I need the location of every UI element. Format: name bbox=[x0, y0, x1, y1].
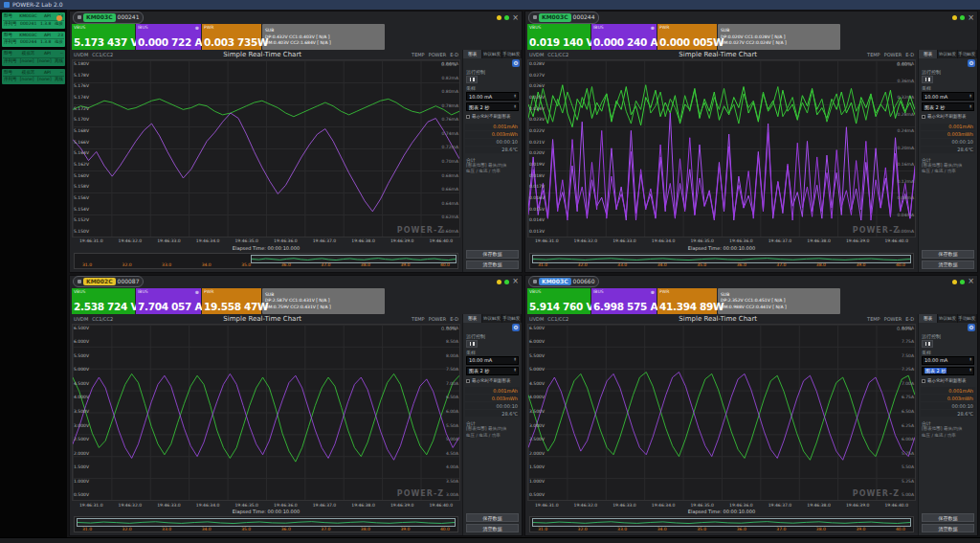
clear-data-button[interactable]: 清空数据 bbox=[922, 524, 974, 532]
clear-data-button[interactable]: 清空数据 bbox=[466, 260, 519, 269]
gear-icon[interactable]: ⚙ bbox=[968, 324, 975, 331]
record-icon[interactable]: ⊗ bbox=[651, 25, 655, 31]
save-data-button[interactable]: 保存数据 bbox=[922, 250, 974, 259]
ed-toggle[interactable]: E-D bbox=[450, 52, 458, 57]
chart-span-select[interactable]: 图表 2 秒 ▴▾ bbox=[466, 367, 519, 375]
record-icon[interactable]: ⊗ bbox=[195, 289, 199, 295]
plot-canvas[interactable]: 0.00% 0.028V0.027V0.026V0.025V0.024V0.02… bbox=[527, 59, 916, 238]
save-data-button[interactable]: 保存数据 bbox=[922, 513, 974, 522]
checkbox-box[interactable] bbox=[466, 379, 470, 383]
record-icon[interactable]: ⊗ bbox=[651, 289, 655, 295]
chart-span-select[interactable]: 图表 2 秒 ▴▾ bbox=[922, 367, 974, 375]
pause-button[interactable] bbox=[922, 76, 933, 83]
side-tab[interactable]: 协议触发 bbox=[482, 50, 501, 58]
no-refresh-checkbox[interactable]: 最小化时不刷新图表 bbox=[463, 376, 522, 386]
side-tab[interactable]: 手动触发 bbox=[958, 314, 977, 323]
power-toggle[interactable]: POWER bbox=[884, 316, 902, 322]
sample-rate-select[interactable]: 10.00 mA ▴▾ bbox=[922, 356, 974, 365]
side-panel: 图表协议触发手动触发 ⚙ 运行控制 采样 10.00 mA ▴▾ 图表 2 秒 … bbox=[918, 314, 977, 536]
warning-dot bbox=[952, 15, 957, 20]
spinner-icon[interactable]: ▴▾ bbox=[514, 95, 516, 99]
side-tab[interactable]: 图表 bbox=[919, 314, 938, 323]
checkbox-box[interactable] bbox=[922, 379, 925, 383]
sample-rate-select[interactable]: 10.00 mA ▴▾ bbox=[922, 92, 974, 101]
device-entry[interactable]: 型号模拟器API-- 序列号[none][none]离线 bbox=[2, 69, 65, 85]
device-entry[interactable]: 型号KM003CAPI23 序列号0002411.3.8连接 bbox=[2, 12, 65, 29]
device-entry[interactable]: 型号模拟器API-- 序列号[none][none]离线 bbox=[2, 50, 65, 66]
close-icon[interactable]: × bbox=[968, 278, 974, 285]
side-tab[interactable]: 手动触发 bbox=[502, 314, 522, 323]
plot-canvas[interactable]: 0.00% 6.500V6.000V5.500V5.000V4.500V4.00… bbox=[72, 324, 460, 502]
sample-rate-select[interactable]: 10.00 mA ▴▾ bbox=[466, 92, 519, 101]
no-refresh-checkbox[interactable]: 最小化时不刷新图表 bbox=[919, 376, 977, 386]
close-icon[interactable]: × bbox=[512, 14, 519, 22]
overview-strip[interactable]: 31.032.033.034.035.036.037.038.039.040.0 bbox=[74, 253, 458, 269]
side-tab[interactable]: 协议触发 bbox=[938, 50, 957, 58]
plot-canvas[interactable]: 0.00% 6.500V6.000V5.500V5.000V4.500V4.00… bbox=[527, 324, 916, 502]
y-axis-label: 7.50A bbox=[446, 368, 458, 373]
sample-rate-select[interactable]: 10.00 mA ▴▾ bbox=[466, 356, 519, 365]
side-tab[interactable]: 图表 bbox=[919, 50, 938, 58]
overview-tick: 38.0 bbox=[361, 263, 370, 268]
chart-span-select[interactable]: 图表 2 秒 ▴▾ bbox=[922, 102, 974, 111]
overview-strip[interactable]: 31.032.033.034.035.036.037.038.039.040.0 bbox=[74, 516, 458, 532]
spinner-icon[interactable]: ▴▾ bbox=[969, 369, 971, 373]
device-tab[interactable]: KM003C 000660 bbox=[528, 276, 599, 287]
temp-toggle[interactable]: TEMP bbox=[867, 52, 880, 57]
side-tab[interactable]: 协议触发 bbox=[482, 314, 501, 323]
overview-selection[interactable] bbox=[77, 518, 456, 527]
chart-span-select[interactable]: 图表 2 秒 ▴▾ bbox=[466, 102, 519, 111]
spinner-icon[interactable]: ▴▾ bbox=[514, 358, 516, 362]
power-toggle[interactable]: POWER bbox=[429, 316, 447, 322]
side-tab[interactable]: 手动触发 bbox=[502, 50, 522, 58]
no-refresh-checkbox[interactable]: 最小化时不刷新图表 bbox=[919, 112, 977, 122]
checkbox-box[interactable] bbox=[922, 115, 925, 119]
save-data-button[interactable]: 保存数据 bbox=[466, 250, 519, 259]
temp-toggle[interactable]: TEMP bbox=[867, 316, 880, 322]
gear-row: ⚙ bbox=[463, 58, 522, 68]
clear-data-button[interactable]: 清空数据 bbox=[466, 524, 519, 532]
side-tab[interactable]: 图表 bbox=[463, 50, 482, 58]
side-tab[interactable]: 手动触发 bbox=[958, 50, 977, 58]
ed-toggle[interactable]: E-D bbox=[905, 52, 914, 57]
device-tab[interactable]: KM002C 000087 bbox=[73, 276, 144, 287]
checkbox-box[interactable] bbox=[466, 115, 470, 119]
ed-toggle[interactable]: E-D bbox=[450, 316, 458, 322]
spinner-icon[interactable]: ▴▾ bbox=[969, 105, 971, 109]
gear-icon[interactable]: ⚙ bbox=[512, 59, 520, 67]
overview-strip[interactable]: 31.032.033.034.035.036.037.038.039.040.0 bbox=[529, 253, 914, 269]
device-tab[interactable]: KM003C 000244 bbox=[528, 11, 599, 23]
gear-icon[interactable]: ⚙ bbox=[968, 59, 975, 67]
save-data-button[interactable]: 保存数据 bbox=[466, 513, 519, 522]
side-tab[interactable]: 图表 bbox=[463, 314, 482, 323]
power-toggle[interactable]: POWER bbox=[884, 52, 902, 57]
overview-strip[interactable]: 31.032.033.034.035.036.037.038.039.040.0 bbox=[529, 516, 914, 532]
y-axis-label: 0.020V bbox=[529, 151, 545, 156]
ed-toggle[interactable]: E-D bbox=[905, 316, 914, 322]
temp-toggle[interactable]: TEMP bbox=[412, 316, 425, 322]
side-panel: 图表协议触发手动触发 ⚙ 运行控制 采样 10.00 mA ▴▾ 图表 2 秒 … bbox=[462, 314, 522, 536]
spinner-icon[interactable]: ▴▾ bbox=[969, 358, 971, 362]
no-refresh-checkbox[interactable]: 最小化时不刷新图表 bbox=[463, 112, 522, 122]
device-entry[interactable]: 型号KM003CAPI23 序列号0002441.3.8连接 bbox=[2, 32, 65, 48]
pause-button[interactable] bbox=[922, 340, 933, 348]
device-tab[interactable]: KM003C 000241 bbox=[73, 11, 144, 23]
power-toggle[interactable]: POWER bbox=[429, 52, 447, 57]
y-axis-label: 8.00A bbox=[446, 354, 458, 359]
gear-icon[interactable]: ⚙ bbox=[512, 324, 520, 331]
pause-button[interactable] bbox=[466, 340, 478, 348]
side-tab[interactable]: 协议触发 bbox=[938, 314, 957, 323]
clear-data-button[interactable]: 清空数据 bbox=[922, 260, 974, 269]
temp-toggle[interactable]: TEMP bbox=[412, 52, 425, 57]
plot-canvas[interactable]: 0.00% 5.180V5.178V5.176V5.174V5.172V5.17… bbox=[72, 59, 460, 238]
vbus-meter: VBUS 5.914 760 V bbox=[527, 288, 590, 314]
spinner-icon[interactable]: ▴▾ bbox=[514, 369, 516, 373]
record-icon[interactable]: ⊗ bbox=[195, 25, 199, 31]
spinner-icon[interactable]: ▴▾ bbox=[514, 105, 516, 109]
overview-selection[interactable] bbox=[532, 255, 911, 263]
close-icon[interactable]: × bbox=[968, 14, 974, 22]
overview-selection[interactable] bbox=[532, 518, 911, 527]
pause-button[interactable] bbox=[466, 76, 478, 83]
spinner-icon[interactable]: ▴▾ bbox=[969, 95, 971, 99]
close-icon[interactable]: × bbox=[512, 278, 519, 285]
